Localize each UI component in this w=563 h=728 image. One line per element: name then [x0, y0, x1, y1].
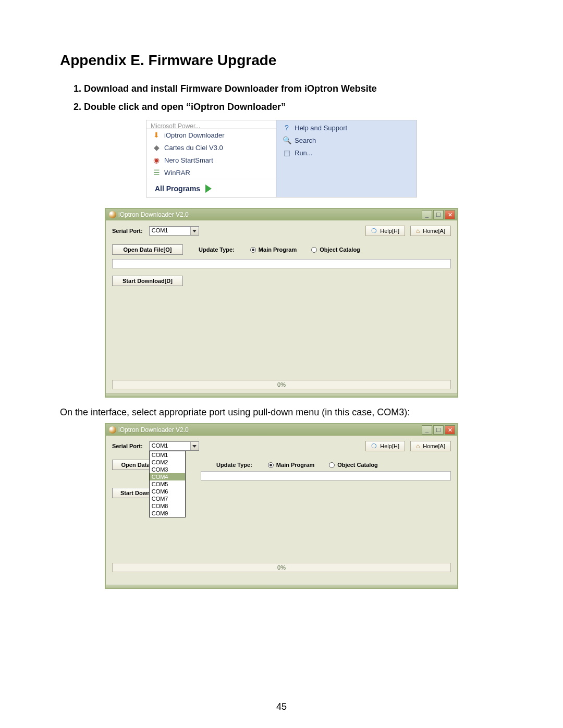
- start-menu-item-label: Help and Support: [295, 124, 347, 132]
- data-file-path-field[interactable]: [201, 471, 451, 480]
- close-button[interactable]: ✕: [445, 425, 455, 435]
- start-menu-item[interactable]: ◆Cartes du Ciel V3.0: [146, 141, 276, 154]
- radio-object-catalog[interactable]: Object Catalog: [329, 462, 378, 468]
- minimize-button[interactable]: _: [422, 210, 432, 219]
- window-buttons: _ ☐ ✕: [422, 210, 455, 219]
- start-menu-item-label: Nero StartSmart: [164, 156, 213, 164]
- minimize-button[interactable]: _: [422, 425, 432, 435]
- radio-main-label: Main Program: [259, 246, 297, 253]
- step-1: 1. Download and install Firmware Downloa…: [60, 83, 503, 94]
- start-menu-item-label: Cartes du Ciel V3.0: [164, 144, 223, 152]
- help-button-label: Help[H]: [380, 443, 399, 449]
- serial-port-label: Serial Port:: [112, 228, 143, 234]
- help-button[interactable]: ❍ Help[H]: [365, 441, 405, 451]
- com-option[interactable]: COM8: [150, 502, 185, 510]
- radio-main-program[interactable]: Main Program: [250, 246, 297, 253]
- update-type-label: Update Type:: [199, 246, 235, 253]
- start-menu-item-label: Search: [295, 137, 316, 144]
- page-number: 45: [0, 701, 563, 712]
- window-title: iOptron Downloader V2.0: [118, 426, 189, 434]
- com-option[interactable]: COM1: [150, 451, 185, 459]
- com-option[interactable]: COM3: [150, 466, 185, 473]
- com-option[interactable]: COM9: [150, 510, 185, 517]
- start-menu-item[interactable]: ?Help and Support: [277, 121, 417, 134]
- com-option[interactable]: COM6: [150, 488, 185, 495]
- radio-main-label: Main Program: [276, 462, 314, 468]
- help-icon: ❍: [371, 442, 377, 450]
- com-option[interactable]: COM2: [150, 459, 185, 466]
- radio-object-catalog[interactable]: Object Catalog: [311, 246, 360, 253]
- program-icon: ⬇: [152, 130, 161, 140]
- combo-arrow-icon: [190, 227, 199, 235]
- program-icon: ◉: [152, 155, 161, 165]
- program-icon: ◆: [152, 143, 161, 152]
- update-type-radio-group: Main Program Object Catalog: [250, 246, 360, 253]
- app-icon: [109, 426, 116, 434]
- title-bar: iOptron Downloader V2.0 _ ☐ ✕: [106, 424, 457, 436]
- chevron-right-icon: [205, 184, 212, 193]
- serial-port-combo[interactable]: COM1: [149, 226, 199, 236]
- serial-port-dropdown[interactable]: COM1COM2COM3COM4COM5COM6COM7COM8COM9: [149, 451, 186, 517]
- start-menu-item[interactable]: 🔍Search: [277, 134, 417, 146]
- start-menu-all-programs[interactable]: All Programs: [146, 179, 276, 197]
- all-programs-label: All Programs: [155, 184, 200, 193]
- radio-catalog-label: Object Catalog: [320, 246, 360, 253]
- combo-arrow-icon: [190, 442, 199, 450]
- start-download-button[interactable]: Start Download[D]: [112, 276, 183, 286]
- window-title: iOptron Downloader V2.0: [118, 211, 189, 218]
- app-icon: [109, 211, 116, 218]
- radio-dot-icon: [268, 462, 274, 468]
- home-icon: ⌂: [416, 442, 420, 450]
- page-heading: Appendix E. Firmware Upgrade: [60, 52, 503, 69]
- start-menu-item-label: iOptron Downloader: [164, 131, 225, 139]
- maximize-button[interactable]: ☐: [433, 210, 444, 219]
- home-button[interactable]: ⌂ Home[A]: [410, 441, 451, 451]
- update-type-label: Update Type:: [216, 462, 252, 468]
- status-bar: [106, 585, 457, 588]
- progress-bar: 0%: [112, 380, 451, 389]
- start-menu-item-label: Run...: [295, 149, 313, 157]
- radio-main-program[interactable]: Main Program: [268, 462, 314, 468]
- radio-dot-icon: [250, 247, 256, 253]
- help-button[interactable]: ❍ Help[H]: [365, 226, 405, 236]
- home-icon: ⌂: [416, 227, 420, 235]
- open-data-file-button[interactable]: Open Data File[O]: [112, 244, 183, 255]
- status-bar: [106, 393, 457, 397]
- title-bar: iOptron Downloader V2.0 _ ☐ ✕: [106, 209, 457, 220]
- downloader-window-dropdown: iOptron Downloader V2.0 _ ☐ ✕ Serial Por…: [105, 423, 458, 589]
- home-button-label: Home[A]: [423, 443, 445, 449]
- com-option[interactable]: COM4: [150, 473, 185, 480]
- com-option[interactable]: COM5: [150, 480, 185, 488]
- start-menu-item-label: WinRAR: [164, 169, 190, 177]
- start-menu-item[interactable]: ☰WinRAR: [146, 166, 276, 179]
- step-2: 2. Double click and open “iOptron Downlo…: [60, 102, 503, 113]
- home-button-label: Home[A]: [423, 228, 445, 234]
- com-option[interactable]: COM7: [150, 495, 185, 502]
- serial-port-value: COM1: [150, 442, 190, 450]
- close-button[interactable]: ✕: [445, 210, 455, 219]
- start-menu-item[interactable]: ▤Run...: [277, 146, 417, 159]
- start-menu-item[interactable]: ◉Nero StartSmart: [146, 154, 276, 166]
- progress-bar: 0%: [112, 563, 451, 572]
- maximize-button[interactable]: ☐: [433, 425, 444, 435]
- action-icon: 🔍: [282, 135, 291, 145]
- radio-catalog-label: Object Catalog: [337, 462, 378, 468]
- window-buttons: _ ☐ ✕: [422, 425, 455, 435]
- program-icon: ☰: [152, 168, 161, 177]
- progress-value: 0%: [277, 564, 286, 571]
- empty-area: [112, 290, 451, 378]
- instruction-text: On the interface, select appropriate por…: [60, 407, 503, 418]
- start-menu-item[interactable]: ⬇iOptron Downloader: [146, 129, 276, 141]
- progress-value: 0%: [277, 381, 286, 388]
- serial-port-label: Serial Port:: [112, 443, 143, 449]
- help-icon: ❍: [371, 227, 377, 235]
- home-button[interactable]: ⌂ Home[A]: [410, 226, 451, 236]
- downloader-window: iOptron Downloader V2.0 _ ☐ ✕ Serial Por…: [105, 208, 458, 398]
- data-file-path-field[interactable]: [112, 259, 451, 268]
- serial-port-combo-open[interactable]: COM1 COM1COM2COM3COM4COM5COM6COM7COM8COM…: [149, 441, 199, 451]
- start-menu-screenshot: Microsoft Power... ⬇iOptron Downloader◆C…: [146, 120, 417, 198]
- radio-dot-icon: [329, 462, 335, 468]
- radio-dot-icon: [311, 247, 317, 253]
- start-menu-truncated-item: Microsoft Power...: [146, 121, 276, 129]
- update-type-radio-group: Main Program Object Catalog: [268, 462, 378, 468]
